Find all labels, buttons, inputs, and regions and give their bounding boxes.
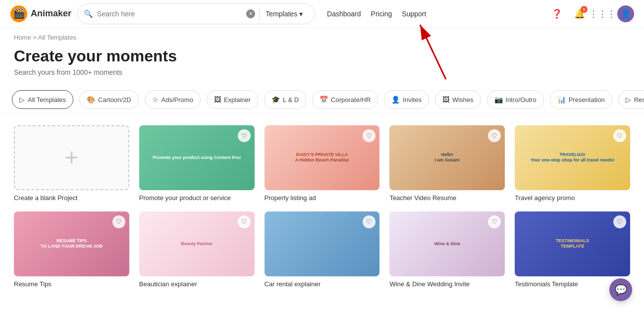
blank-tile[interactable]: + <box>14 125 129 190</box>
favorite-button[interactable]: ♡ <box>613 215 626 228</box>
template-label: Wine & Dine Wedding Invite <box>389 280 505 288</box>
help-button[interactable]: ❓ <box>549 6 565 22</box>
tab-all[interactable]: ▷All Templates <box>12 90 73 109</box>
tab-wishes[interactable]: 🖼Wishes <box>435 90 481 109</box>
tab-introoutro[interactable]: 📷Intro/Outro <box>487 90 544 109</box>
template-label: Promote your product or service <box>139 194 255 202</box>
chat-icon: 💬 <box>615 284 627 296</box>
search-input[interactable] <box>97 10 242 18</box>
template-label: Teacher Video Resume <box>389 194 505 202</box>
template-item-testimonials[interactable]: TESTIMONIALSTEMPLATE ♡ Testimonials Temp… <box>515 211 630 288</box>
template-item-teacher[interactable]: Hello!I am Susan! ♡ Teacher Video Resume <box>389 125 505 202</box>
tab-cartoon2d[interactable]: 🎨Cartoon/2D <box>79 90 138 109</box>
page-title: Create your moments <box>14 47 630 65</box>
template-grid: + Create a blank Project Promote your pr… <box>14 125 630 288</box>
template-label: Resume Tips <box>14 280 129 288</box>
template-thumbnail: Promote your product using Content Pro! … <box>139 125 255 190</box>
tab-icon-all: ▷ <box>19 96 25 104</box>
tab-icon-wishes: 🖼 <box>442 96 449 104</box>
tab-label-ld: L & D <box>283 96 299 104</box>
apps-icon: ⋮⋮⋮ <box>589 8 616 19</box>
template-item-blank[interactable]: + Create a blank Project <box>14 125 129 202</box>
header-icons: ❓ 🔔 6 ⋮⋮⋮ 👤 <box>549 5 634 22</box>
tab-invites[interactable]: 👤Invites <box>384 90 429 109</box>
tab-icon-corporatehr: 📅 <box>320 96 328 104</box>
nav-support[interactable]: Support <box>402 10 426 18</box>
tab-icon-explainer: 🖼 <box>214 96 221 104</box>
notification-button[interactable]: 🔔 6 <box>572 6 588 22</box>
template-label: Property listing ad <box>265 194 380 202</box>
page-header: Create your moments Search yours from 10… <box>0 43 644 86</box>
template-item-car[interactable]: ♡ Car rental explainer <box>265 211 380 288</box>
template-thumbnail: TESTIMONIALSTEMPLATE ♡ <box>515 211 630 276</box>
help-icon: ❓ <box>551 8 562 19</box>
svg-text:🎬: 🎬 <box>13 7 25 19</box>
tab-label-corporatehr: Corporate/HR <box>331 96 371 104</box>
template-label: Travel agency promo <box>515 194 630 202</box>
template-thumbnail: Beauty Partner ♡ <box>139 211 255 276</box>
breadcrumb-home[interactable]: Home <box>14 34 31 41</box>
tab-label-resumeportfolio: Resume/Portfolio <box>634 96 644 104</box>
tab-label-all: All Templates <box>28 96 66 104</box>
template-label: Create a blank Project <box>14 194 129 202</box>
thumb-content: Beauty Partner <box>139 211 255 276</box>
template-item-travel[interactable]: TRAVELGO!Your one-stop shop for all trav… <box>515 125 630 202</box>
nav-dashboard[interactable]: Dashboard <box>327 10 361 18</box>
template-thumbnail: RESUME TIPSTO LAND YOUR DREAM JOB ♡ <box>14 211 129 276</box>
tab-icon-resumeportfolio: ▷ <box>626 96 631 104</box>
search-icon: 🔍 <box>84 9 93 18</box>
chat-button[interactable]: 💬 <box>609 278 632 300</box>
apps-button[interactable]: ⋮⋮⋮ <box>594 6 610 22</box>
plus-icon: + <box>64 146 78 169</box>
breadcrumb-current: All Templates <box>38 34 76 41</box>
tab-icon-invites: 👤 <box>391 96 400 104</box>
template-thumbnail: DAISY'S PRIVATE VILLAA Hidden Beach Para… <box>265 125 380 190</box>
favorite-button[interactable]: ♡ <box>488 129 501 142</box>
tab-icon-presentation: 📊 <box>557 96 566 104</box>
logo[interactable]: 🎬 Animaker <box>10 5 71 23</box>
breadcrumb: Home > All Templates <box>0 28 644 43</box>
thumb-content: Promote your product using Content Pro! <box>139 125 255 190</box>
search-bar: 🔍 ✕ Templates ▾ <box>77 3 315 24</box>
category-tabs: ▷All Templates🎨Cartoon/2D☆Ads/Promo🖼Expl… <box>0 86 644 113</box>
notification-badge: 6 <box>581 6 588 13</box>
tab-presentation[interactable]: 📊Presentation <box>550 90 612 109</box>
template-label: Beautician explainer <box>139 280 255 288</box>
template-item-beautician[interactable]: Beauty Partner ♡ Beautician explainer <box>139 211 255 288</box>
nav-pricing[interactable]: Pricing <box>371 10 392 18</box>
user-avatar[interactable]: 👤 <box>617 5 634 22</box>
templates-dropdown[interactable]: Templates ▾ <box>259 7 309 21</box>
header: 🎬 Animaker 🔍 ✕ Templates ▾ Dashboard Pri… <box>0 0 644 28</box>
favorite-button[interactable]: ♡ <box>613 129 626 142</box>
tab-adspromo[interactable]: ☆Ads/Promo <box>145 90 201 109</box>
template-label: Car rental explainer <box>265 280 380 288</box>
favorite-button[interactable]: ♡ <box>112 215 125 228</box>
template-item-property[interactable]: DAISY'S PRIVATE VILLAA Hidden Beach Para… <box>265 125 380 202</box>
tab-resumeportfolio[interactable]: ▷Resume/Portfolio <box>618 90 644 109</box>
tab-icon-introoutro: 📷 <box>494 96 503 104</box>
template-item-wedding[interactable]: Wine & Dine ♡ Wine & Dine Wedding Invite <box>389 211 505 288</box>
tab-label-explainer: Explainer <box>224 96 251 104</box>
tab-label-adspromo: Ads/Promo <box>161 96 193 104</box>
template-thumbnail: ♡ <box>265 211 380 276</box>
logo-text: Animaker <box>31 8 71 19</box>
favorite-button[interactable]: ♡ <box>238 129 251 142</box>
template-item-promote[interactable]: Promote your product using Content Pro! … <box>139 125 255 202</box>
thumb-content: RESUME TIPSTO LAND YOUR DREAM JOB <box>14 211 129 276</box>
favorite-button[interactable]: ♡ <box>238 215 251 228</box>
search-clear-button[interactable]: ✕ <box>246 9 255 18</box>
tab-explainer[interactable]: 🖼Explainer <box>207 90 258 109</box>
tab-icon-adspromo: ☆ <box>152 96 159 104</box>
tab-label-cartoon2d: Cartoon/2D <box>98 96 131 104</box>
template-item-resumetips[interactable]: RESUME TIPSTO LAND YOUR DREAM JOB ♡ Resu… <box>14 211 129 288</box>
tab-label-introoutro: Intro/Outro <box>506 96 537 104</box>
tab-label-invites: Invites <box>403 96 422 104</box>
tab-corporatehr[interactable]: 📅Corporate/HR <box>312 90 378 109</box>
page-subtitle: Search yours from 1000+ moments <box>14 68 630 76</box>
template-thumbnail: TRAVELGO!Your one-stop shop for all trav… <box>515 125 630 190</box>
tab-label-wishes: Wishes <box>452 96 474 104</box>
favorite-button[interactable]: ♡ <box>488 215 501 228</box>
logo-icon: 🎬 <box>10 5 28 23</box>
tab-ld[interactable]: 🎓L & D <box>264 90 306 109</box>
grid-container: + Create a blank Project Promote your pr… <box>0 113 644 300</box>
